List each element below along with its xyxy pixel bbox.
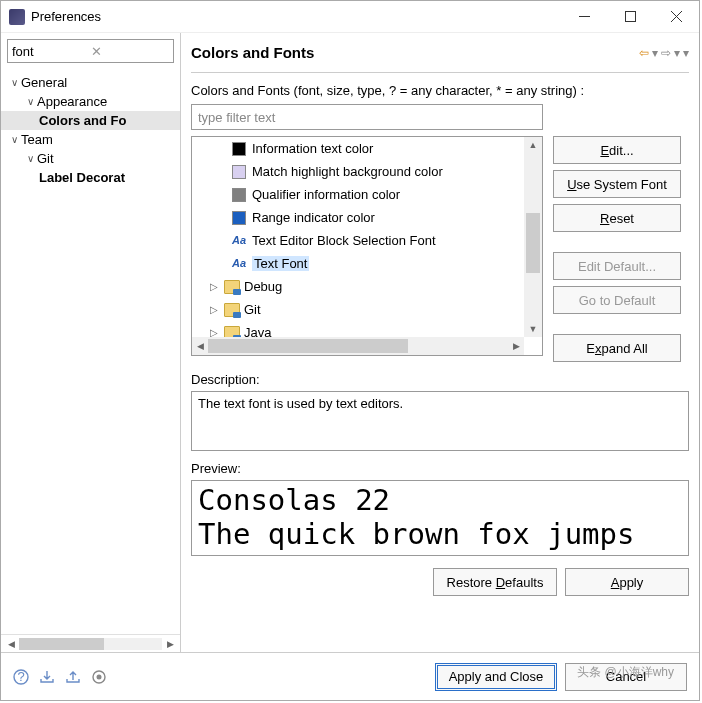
close-button[interactable]: [653, 1, 699, 33]
list-folder[interactable]: ▷Git: [192, 298, 542, 321]
swatch-icon: [232, 165, 246, 179]
list-item[interactable]: Qualifier information color: [192, 183, 542, 206]
list-item[interactable]: Information text color: [192, 137, 542, 160]
sidebar-filter-input[interactable]: font ✕: [7, 39, 174, 63]
main-header: Colors and Fonts ⇦▾ ⇨▾ ▾: [191, 33, 689, 73]
list-vscrollbar[interactable]: ▲▼: [524, 137, 542, 337]
nav-back-icon[interactable]: ⇦: [639, 46, 649, 60]
help-icon[interactable]: ?: [13, 669, 29, 685]
nav-icons: ⇦▾ ⇨▾ ▾: [639, 46, 689, 60]
go-to-default-button: Go to Default: [553, 286, 681, 314]
clear-filter-icon[interactable]: ✕: [91, 44, 170, 58]
description-label: Description:: [191, 372, 689, 387]
apply-button[interactable]: Apply: [565, 568, 689, 596]
sidebar: font ✕ ∨General ∨Appearance Colors and F…: [1, 33, 181, 652]
font-icon: Aa: [232, 257, 246, 271]
scroll-left-icon[interactable]: ◀: [3, 636, 19, 652]
tree-item-git[interactable]: ∨Git: [1, 149, 180, 168]
filter-placeholder: type filter text: [198, 110, 275, 125]
cancel-button[interactable]: Cancel: [565, 663, 687, 691]
prompt-label: Colors and Fonts (font, size, type, ? = …: [191, 83, 689, 98]
description-box: The text font is used by text editors.: [191, 391, 689, 451]
swatch-icon: [232, 188, 246, 202]
tree-item-general[interactable]: ∨General: [1, 73, 180, 92]
preview-line: Consolas 22: [198, 483, 682, 517]
use-system-font-button[interactable]: Use System Font: [553, 170, 681, 198]
scroll-thumb[interactable]: [19, 638, 104, 650]
titlebar: Preferences: [1, 1, 699, 33]
font-icon: Aa: [232, 234, 246, 248]
folder-icon: [224, 280, 240, 294]
window-title: Preferences: [31, 9, 101, 24]
list-hscrollbar[interactable]: ◀▶: [192, 337, 524, 355]
expand-all-button[interactable]: Expand All: [553, 334, 681, 362]
list-item[interactable]: Match highlight background color: [192, 160, 542, 183]
description-text: The text font is used by text editors.: [198, 396, 403, 411]
reset-button[interactable]: Reset: [553, 204, 681, 232]
tree-item-appearance[interactable]: ∨Appearance: [1, 92, 180, 111]
svg-text:?: ?: [17, 669, 24, 684]
list-item[interactable]: Range indicator color: [192, 206, 542, 229]
swatch-icon: [232, 142, 246, 156]
apply-and-close-button[interactable]: Apply and Close: [435, 663, 557, 691]
edit-button[interactable]: Edit...: [553, 136, 681, 164]
list-item-selected[interactable]: AaText Font: [192, 252, 542, 275]
list-item[interactable]: AaText Editor Block Selection Font: [192, 229, 542, 252]
nav-forward-icon[interactable]: ⇨: [661, 46, 671, 60]
restore-defaults-button[interactable]: Restore Defaults: [433, 568, 557, 596]
footer: ? Apply and Close Cancel: [1, 652, 699, 700]
preview-label: Preview:: [191, 461, 689, 476]
preview-line: The quick brown fox jumps: [198, 517, 682, 551]
content: Colors and Fonts (font, size, type, ? = …: [191, 73, 689, 596]
svg-point-7: [97, 674, 102, 679]
record-icon[interactable]: [91, 669, 107, 685]
expand-icon[interactable]: ▷: [208, 304, 220, 315]
list-folder[interactable]: ▷Debug: [192, 275, 542, 298]
tree-item-label-decorat[interactable]: Label Decorat: [1, 168, 180, 187]
edit-default-button: Edit Default...: [553, 252, 681, 280]
svg-rect-1: [625, 12, 635, 22]
button-column: Edit... Use System Font Reset Edit Defau…: [553, 136, 681, 362]
maximize-button[interactable]: [607, 1, 653, 33]
scroll-right-icon[interactable]: ▶: [162, 636, 178, 652]
app-icon: [9, 9, 25, 25]
nav-menu-icon[interactable]: ▾: [683, 46, 689, 60]
minimize-button[interactable]: [561, 1, 607, 33]
colors-fonts-list: Information text color Match highlight b…: [191, 136, 543, 356]
sidebar-hscrollbar[interactable]: ◀ ▶: [1, 634, 180, 652]
swatch-icon: [232, 211, 246, 225]
export-icon[interactable]: [65, 669, 81, 685]
preview-box: Consolas 22 The quick brown fox jumps: [191, 480, 689, 556]
list-filter-input[interactable]: type filter text: [191, 104, 543, 130]
folder-icon: [224, 303, 240, 317]
main-panel: Colors and Fonts ⇦▾ ⇨▾ ▾ Colors and Font…: [181, 33, 699, 652]
tree-item-colors-fonts[interactable]: Colors and Fo: [1, 111, 180, 130]
sidebar-filter-value: font: [12, 44, 91, 59]
expand-icon[interactable]: ▷: [208, 281, 220, 292]
preferences-window: Preferences font ✕ ∨General ∨Appearance …: [0, 0, 700, 701]
page-title: Colors and Fonts: [191, 44, 639, 61]
tree-item-team[interactable]: ∨Team: [1, 130, 180, 149]
sidebar-tree: ∨General ∨Appearance Colors and Fo ∨Team…: [1, 69, 180, 634]
import-icon[interactable]: [39, 669, 55, 685]
body: font ✕ ∨General ∨Appearance Colors and F…: [1, 33, 699, 652]
